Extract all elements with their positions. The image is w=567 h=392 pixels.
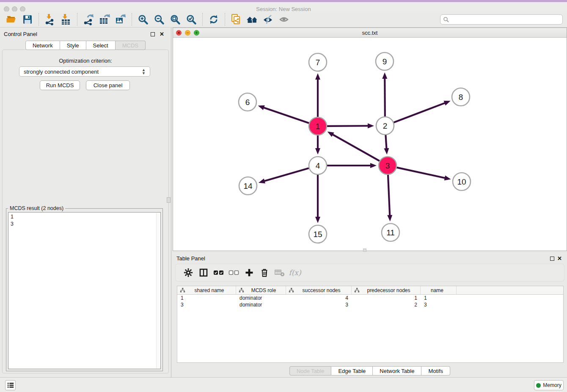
status-bar: Memory: [0, 377, 567, 392]
export-network-button[interactable]: [80, 13, 96, 26]
node-table: shared name MCDS role successor nodes pr…: [177, 286, 564, 363]
tab-mcds[interactable]: MCDS: [116, 41, 146, 50]
table-settings-button[interactable]: [181, 266, 196, 279]
graph-edge-2-9[interactable]: [385, 78, 385, 116]
column-header-successor-nodes[interactable]: successor nodes: [286, 286, 352, 294]
column-label: MCDS role: [244, 287, 286, 293]
open-folder-icon: [6, 14, 17, 25]
column-header-predecessor-nodes[interactable]: predecessor nodes: [352, 286, 421, 294]
zoom-fit-button[interactable]: [167, 13, 183, 26]
tab-network-table[interactable]: Network Table: [373, 366, 421, 375]
result-line: 3: [11, 221, 158, 228]
graph-node-label: 4: [316, 161, 320, 170]
criterion-select[interactable]: strongly connected component ▲▼: [19, 66, 150, 77]
open-session-button[interactable]: [3, 13, 19, 26]
hierarchy-icon: [239, 287, 244, 293]
graph-edge-1-6[interactable]: [263, 108, 309, 123]
column-header-name[interactable]: name: [421, 286, 457, 294]
main-toolbar: [0, 11, 567, 28]
run-mcds-button[interactable]: Run MCDS: [40, 80, 80, 90]
graph-edge-3-11[interactable]: [388, 175, 390, 216]
apply-layout-button[interactable]: [206, 13, 222, 26]
network-canvas[interactable]: 7968124314101511: [173, 38, 567, 251]
tab-motifs[interactable]: Motifs: [421, 366, 450, 375]
clone-network-button[interactable]: [228, 13, 244, 26]
table-header-row: shared name MCDS role successor nodes pr…: [177, 286, 563, 295]
clone-network-icon: [230, 14, 242, 25]
criterion-selected-value: strongly connected component: [24, 69, 99, 75]
import-table-button[interactable]: [58, 13, 74, 26]
refresh-icon: [208, 14, 219, 25]
mcds-result-list[interactable]: 1 3: [8, 212, 161, 369]
houses-icon: [246, 14, 259, 25]
tab-select[interactable]: Select: [86, 41, 116, 50]
zoom-out-button[interactable]: [151, 13, 167, 26]
save-session-button[interactable]: [19, 13, 36, 26]
tab-network[interactable]: Network: [25, 41, 60, 50]
control-panel-float-button[interactable]: [151, 32, 155, 36]
table-cell: dominator: [236, 295, 286, 301]
show-selection-button[interactable]: [276, 13, 292, 26]
show-column-panel-button[interactable]: [196, 266, 211, 279]
close-panel-button[interactable]: Close panel: [86, 80, 130, 90]
zoom-selected-button[interactable]: [183, 13, 199, 26]
export-image-icon: [115, 14, 127, 25]
table-cell: 1: [352, 295, 421, 301]
unselect-all-columns-button[interactable]: [226, 266, 242, 279]
function-builder-button[interactable]: f(x): [287, 266, 303, 279]
column-label: shared name: [185, 287, 236, 293]
export-table-icon: [99, 14, 110, 25]
graph-node-label: 8: [459, 93, 463, 102]
network-window-titlebar[interactable]: ✕ – + scc.txt: [173, 28, 567, 38]
delete-table-icon: [274, 268, 285, 278]
horizontal-splitter-grip[interactable]: [363, 248, 366, 252]
result-scrollbar[interactable]: [156, 213, 160, 368]
search-field[interactable]: [440, 14, 563, 25]
table-cell: 1: [177, 295, 236, 301]
table-cell: 3: [177, 302, 236, 308]
table-browser-tabs: Node Table Edge Table Network Table Moti…: [173, 366, 567, 375]
export-table-button[interactable]: [96, 13, 113, 26]
tab-style[interactable]: Style: [60, 41, 86, 50]
graph-edge-4-14[interactable]: [264, 168, 308, 181]
table-row[interactable]: 1dominator411: [177, 295, 563, 301]
table-panel-float-button[interactable]: [550, 257, 554, 261]
chevron-up-down-icon: ▲▼: [142, 68, 146, 75]
eye-slash-icon: [262, 14, 274, 25]
graph-node-label: 9: [383, 57, 387, 66]
column-header-mcds-role[interactable]: MCDS role: [236, 286, 286, 294]
delete-column-button[interactable]: [257, 266, 272, 279]
search-input[interactable]: [451, 17, 560, 22]
graph-edge-1-2[interactable]: [327, 126, 369, 126]
export-image-button[interactable]: [113, 13, 129, 26]
graph-edge-3-1[interactable]: [332, 134, 380, 161]
graph-edge-3-10[interactable]: [396, 168, 445, 178]
graph-edge-2-3[interactable]: [385, 135, 386, 149]
tab-edge-table[interactable]: Edge Table: [331, 366, 373, 375]
zoom-in-button[interactable]: [135, 13, 151, 26]
table-cell: 4: [286, 295, 352, 301]
control-panel-close-button[interactable]: ✕: [160, 31, 164, 37]
task-history-button[interactable]: [5, 380, 16, 390]
vertical-splitter-grip[interactable]: [167, 197, 171, 203]
select-all-columns-button[interactable]: [211, 266, 226, 279]
result-line: 1: [11, 213, 158, 221]
hierarchy-icon: [289, 287, 294, 293]
hide-selection-button[interactable]: [260, 13, 276, 26]
import-table-icon: [60, 14, 72, 25]
tab-node-table[interactable]: Node Table: [289, 366, 332, 375]
graph-node-label: 10: [457, 177, 466, 186]
toolbar-separator: [202, 13, 203, 26]
graph-edge-2-8[interactable]: [394, 103, 446, 122]
home-button[interactable]: [244, 13, 260, 26]
graph-edge-arrowhead: [315, 73, 320, 80]
titlebar: Session: New Session: [0, 2, 567, 11]
memory-button[interactable]: Memory: [534, 380, 564, 390]
table-row[interactable]: 3dominator323: [177, 301, 563, 308]
column-header-shared-name[interactable]: shared name: [177, 286, 236, 294]
table-panel-close-button[interactable]: ✕: [557, 255, 562, 262]
toolbar-separator: [39, 13, 39, 26]
import-network-button[interactable]: [42, 13, 58, 26]
create-column-button[interactable]: [242, 266, 257, 279]
delete-table-button[interactable]: [272, 266, 287, 279]
